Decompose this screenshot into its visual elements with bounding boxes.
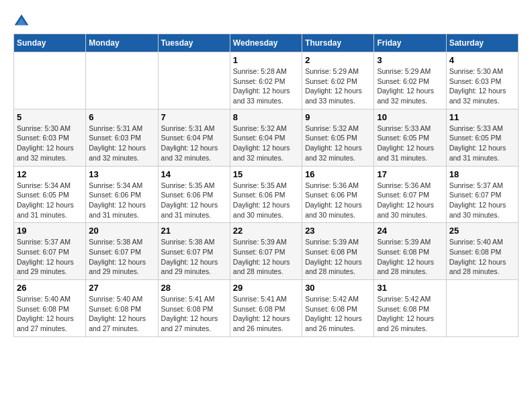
day-info-text: Sunrise: 5:42 AM: [305, 294, 371, 304]
day-info-text: Daylight: 12 hours and 28 minutes.: [305, 257, 371, 277]
day-info-text: Sunset: 6:07 PM: [161, 247, 227, 257]
calendar-week-row: 26Sunrise: 5:40 AMSunset: 6:08 PMDayligh…: [14, 280, 519, 337]
day-info-text: Sunset: 6:08 PM: [377, 304, 443, 314]
day-number: 25: [449, 226, 515, 236]
day-number: 12: [17, 169, 83, 179]
day-info-text: Daylight: 12 hours and 28 minutes.: [449, 257, 515, 277]
day-number: 9: [305, 112, 371, 122]
day-info-text: Sunset: 6:05 PM: [305, 133, 371, 143]
day-info-text: Sunset: 6:06 PM: [161, 190, 227, 200]
day-of-week-header: Saturday: [446, 34, 518, 52]
calendar-cell: 8Sunrise: 5:32 AMSunset: 6:04 PMDaylight…: [230, 109, 302, 166]
day-info-text: Sunset: 6:04 PM: [233, 133, 299, 143]
day-number: 8: [233, 112, 299, 122]
day-number: 2: [305, 55, 371, 65]
day-info-text: Sunrise: 5:28 AM: [233, 66, 299, 77]
day-info-text: Sunrise: 5:36 AM: [305, 181, 371, 191]
day-info-text: Daylight: 12 hours and 27 minutes.: [161, 314, 227, 333]
calendar-header-row: SundayMondayTuesdayWednesdayThursdayFrid…: [14, 34, 519, 52]
day-info-text: Sunset: 6:07 PM: [17, 247, 83, 257]
day-info-text: Sunset: 6:08 PM: [17, 304, 83, 314]
day-number: 3: [377, 55, 443, 65]
day-number: 17: [377, 169, 443, 179]
day-number: 27: [89, 283, 154, 293]
day-info-text: Sunset: 6:07 PM: [233, 247, 299, 257]
day-info-text: Daylight: 12 hours and 33 minutes.: [233, 86, 299, 105]
day-info-text: Sunset: 6:06 PM: [89, 190, 154, 200]
calendar-cell: 27Sunrise: 5:40 AMSunset: 6:08 PMDayligh…: [86, 280, 158, 337]
calendar-week-row: 1Sunrise: 5:28 AMSunset: 6:02 PMDaylight…: [14, 52, 519, 109]
day-info-text: Daylight: 12 hours and 32 minutes.: [233, 143, 299, 163]
day-info-text: Sunset: 6:05 PM: [17, 190, 83, 200]
calendar-cell: 1Sunrise: 5:28 AMSunset: 6:02 PMDaylight…: [230, 52, 302, 109]
calendar-cell: 3Sunrise: 5:29 AMSunset: 6:02 PMDaylight…: [374, 52, 446, 109]
day-number: 4: [449, 55, 515, 65]
day-info-text: Daylight: 12 hours and 26 minutes.: [377, 314, 443, 333]
calendar-week-row: 5Sunrise: 5:30 AMSunset: 6:03 PMDaylight…: [14, 109, 519, 166]
day-info-text: Sunrise: 5:37 AM: [17, 237, 83, 247]
day-info-text: Sunrise: 5:33 AM: [377, 124, 443, 134]
day-number: 5: [17, 112, 83, 122]
day-info-text: Daylight: 12 hours and 30 minutes.: [305, 200, 371, 220]
day-info-text: Sunset: 6:07 PM: [377, 190, 443, 200]
calendar-cell: 11Sunrise: 5:33 AMSunset: 6:05 PMDayligh…: [446, 109, 518, 166]
calendar-cell: [86, 52, 158, 109]
day-info-text: Sunrise: 5:34 AM: [89, 181, 154, 191]
day-info-text: Sunset: 6:08 PM: [89, 304, 154, 314]
calendar-table: SundayMondayTuesdayWednesdayThursdayFrid…: [13, 34, 519, 337]
day-number: 10: [377, 112, 443, 122]
calendar-cell: 20Sunrise: 5:38 AMSunset: 6:07 PMDayligh…: [86, 223, 158, 280]
day-of-week-header: Thursday: [302, 34, 374, 52]
calendar-cell: 30Sunrise: 5:42 AMSunset: 6:08 PMDayligh…: [302, 280, 374, 337]
calendar-cell: 17Sunrise: 5:36 AMSunset: 6:07 PMDayligh…: [374, 166, 446, 223]
calendar-cell: 4Sunrise: 5:30 AMSunset: 6:03 PMDaylight…: [446, 52, 518, 109]
calendar-cell: 29Sunrise: 5:41 AMSunset: 6:08 PMDayligh…: [230, 280, 302, 337]
day-info-text: Daylight: 12 hours and 30 minutes.: [233, 200, 299, 220]
day-number: 18: [449, 169, 515, 179]
calendar-cell: [446, 280, 518, 337]
header: [13, 13, 519, 27]
day-info-text: Daylight: 12 hours and 32 minutes.: [377, 86, 443, 105]
day-info-text: Sunset: 6:02 PM: [305, 77, 371, 87]
day-number: 15: [233, 169, 299, 179]
day-info-text: Sunset: 6:03 PM: [89, 133, 154, 143]
day-info-text: Sunrise: 5:40 AM: [449, 237, 515, 247]
day-info-text: Sunrise: 5:36 AM: [377, 181, 443, 191]
calendar-week-row: 19Sunrise: 5:37 AMSunset: 6:07 PMDayligh…: [14, 223, 519, 280]
day-number: 20: [89, 226, 154, 236]
day-info-text: Sunrise: 5:39 AM: [233, 237, 299, 247]
day-of-week-header: Tuesday: [158, 34, 230, 52]
day-info-text: Daylight: 12 hours and 31 minutes.: [449, 143, 515, 163]
day-number: 23: [305, 226, 371, 236]
day-info-text: Sunset: 6:08 PM: [377, 247, 443, 257]
day-info-text: Sunrise: 5:39 AM: [305, 237, 371, 247]
day-info-text: Daylight: 12 hours and 27 minutes.: [89, 314, 154, 333]
calendar-cell: 24Sunrise: 5:39 AMSunset: 6:08 PMDayligh…: [374, 223, 446, 280]
day-info-text: Sunset: 6:05 PM: [377, 133, 443, 143]
day-of-week-header: Monday: [86, 34, 158, 52]
calendar-cell: 5Sunrise: 5:30 AMSunset: 6:03 PMDaylight…: [14, 109, 86, 166]
day-number: 31: [377, 283, 443, 293]
day-number: 30: [305, 283, 371, 293]
day-info-text: Sunrise: 5:32 AM: [233, 124, 299, 134]
day-info-text: Sunrise: 5:40 AM: [89, 294, 154, 304]
day-of-week-header: Wednesday: [230, 34, 302, 52]
day-number: 14: [161, 169, 227, 179]
calendar-cell: 16Sunrise: 5:36 AMSunset: 6:06 PMDayligh…: [302, 166, 374, 223]
day-info-text: Sunrise: 5:30 AM: [17, 124, 83, 134]
calendar-cell: 28Sunrise: 5:41 AMSunset: 6:08 PMDayligh…: [158, 280, 230, 337]
day-info-text: Daylight: 12 hours and 31 minutes.: [161, 200, 227, 220]
day-info-text: Sunset: 6:06 PM: [233, 190, 299, 200]
day-info-text: Sunrise: 5:35 AM: [233, 181, 299, 191]
day-number: 1: [233, 55, 299, 65]
day-info-text: Sunrise: 5:31 AM: [161, 124, 227, 134]
day-info-text: Sunrise: 5:41 AM: [233, 294, 299, 304]
calendar-cell: 9Sunrise: 5:32 AMSunset: 6:05 PMDaylight…: [302, 109, 374, 166]
day-info-text: Daylight: 12 hours and 32 minutes.: [17, 143, 83, 163]
calendar-cell: 15Sunrise: 5:35 AMSunset: 6:06 PMDayligh…: [230, 166, 302, 223]
day-info-text: Sunrise: 5:40 AM: [17, 294, 83, 304]
day-info-text: Sunrise: 5:37 AM: [449, 181, 515, 191]
day-info-text: Sunrise: 5:31 AM: [89, 124, 154, 134]
day-info-text: Daylight: 12 hours and 29 minutes.: [17, 257, 83, 277]
calendar-cell: 25Sunrise: 5:40 AMSunset: 6:08 PMDayligh…: [446, 223, 518, 280]
